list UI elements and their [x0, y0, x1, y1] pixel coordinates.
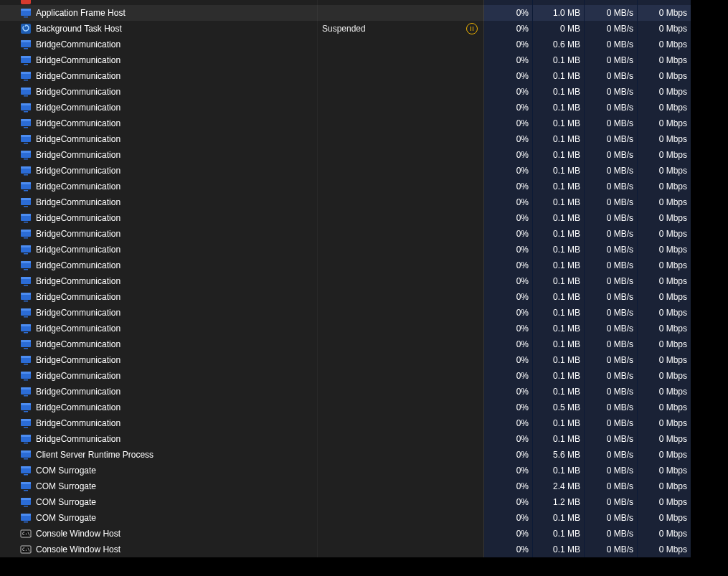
process-name-cell[interactable]: BridgeCommunication	[0, 100, 318, 115]
process-name-cell[interactable]: BridgeCommunication	[0, 273, 318, 289]
row-filler	[691, 210, 728, 226]
process-row[interactable]: BridgeCommunication0%0.1 MB0 MB/s0 Mbps	[0, 368, 728, 384]
process-name-cell[interactable]: BridgeCommunication	[0, 37, 318, 52]
process-row[interactable]: BridgeCommunication0%0.1 MB0 MB/s0 Mbps	[0, 147, 728, 163]
process-name: BridgeCommunication	[36, 245, 120, 255]
process-row[interactable]: BridgeCommunication0%0.1 MB0 MB/s0 Mbps	[0, 415, 728, 431]
process-name-cell[interactable]: BridgeCommunication	[0, 305, 318, 321]
process-name-cell[interactable]: COM Surrogate	[0, 478, 318, 494]
process-row[interactable]: BridgeCommunication0%0.1 MB0 MB/s0 Mbps	[0, 431, 728, 447]
status-cell	[318, 542, 484, 557]
process-row[interactable]: Background Task HostSuspended0%0 MB0 MB/…	[0, 21, 728, 37]
process-row[interactable]: BridgeCommunication0%0.1 MB0 MB/s0 Mbps	[0, 52, 728, 68]
process-name-cell[interactable]: COM Surrogate	[0, 463, 318, 478]
process-name-cell[interactable]: Client Server Runtime Process	[0, 447, 318, 463]
process-row[interactable]: Application Frame Host0%1.0 MB0 MB/s0 Mb…	[0, 5, 728, 21]
process-row[interactable]: COM Surrogate0%0.1 MB0 MB/s0 Mbps	[0, 463, 728, 478]
disk-value: 0 MB/s	[607, 418, 633, 428]
process-row[interactable]: COM Surrogate0%1.2 MB0 MB/s0 Mbps	[0, 494, 728, 510]
disk-value: 0 MB/s	[607, 324, 633, 334]
process-table[interactable]: Application Frame Host0%1.0 MB0 MB/s0 Mb…	[0, 0, 728, 557]
mem-value: 0.1 MB	[553, 544, 580, 554]
process-row[interactable]: BridgeCommunication0%0.1 MB0 MB/s0 Mbps	[0, 84, 728, 100]
process-row[interactable]: BridgeCommunication0%0.1 MB0 MB/s0 Mbps	[0, 289, 728, 305]
process-row[interactable]: C:\_Console Window Host0%0.1 MB0 MB/s0 M…	[0, 542, 728, 557]
process-name-cell[interactable]: BridgeCommunication	[0, 131, 318, 147]
process-name-cell[interactable]: BridgeCommunication	[0, 68, 318, 84]
process-name-cell[interactable]: COM Surrogate	[0, 510, 318, 526]
cpu-cell: 0%	[484, 131, 533, 147]
net-value: 0 Mbps	[659, 197, 687, 207]
process-name-cell[interactable]: BridgeCommunication	[0, 163, 318, 179]
process-row[interactable]: BridgeCommunication0%0.5 MB0 MB/s0 Mbps	[0, 400, 728, 415]
process-name-cell[interactable]: BridgeCommunication	[0, 258, 318, 273]
process-row[interactable]: BridgeCommunication0%0.1 MB0 MB/s0 Mbps	[0, 242, 728, 258]
process-name-cell[interactable]: BridgeCommunication	[0, 415, 318, 431]
status-cell	[318, 494, 484, 510]
process-name-cell[interactable]: C:\_Console Window Host	[0, 526, 318, 542]
process-row[interactable]: BridgeCommunication0%0.1 MB0 MB/s0 Mbps	[0, 336, 728, 352]
process-name-cell[interactable]: BridgeCommunication	[0, 194, 318, 210]
process-row[interactable]: BridgeCommunication0%0.6 MB0 MB/s0 Mbps	[0, 37, 728, 52]
process-row[interactable]: BridgeCommunication0%0.1 MB0 MB/s0 Mbps	[0, 131, 728, 147]
process-name-cell[interactable]: BridgeCommunication	[0, 226, 318, 242]
process-row[interactable]: BridgeCommunication0%0.1 MB0 MB/s0 Mbps	[0, 226, 728, 242]
process-name-cell[interactable]: C:\_Console Window Host	[0, 542, 318, 557]
process-name-cell[interactable]	[0, 0, 318, 5]
process-row[interactable]: BridgeCommunication0%0.1 MB0 MB/s0 Mbps	[0, 163, 728, 179]
process-row[interactable]: Client Server Runtime Process0%5.6 MB0 M…	[0, 447, 728, 463]
process-name-cell[interactable]: BridgeCommunication	[0, 321, 318, 336]
process-name: BridgeCommunication	[36, 166, 120, 176]
process-row[interactable]: BridgeCommunication0%0.1 MB0 MB/s0 Mbps	[0, 194, 728, 210]
process-row[interactable]: BridgeCommunication0%0.1 MB0 MB/s0 Mbps	[0, 115, 728, 131]
process-name-cell[interactable]: BridgeCommunication	[0, 384, 318, 400]
process-row[interactable]: C:\_Console Window Host0%0.1 MB0 MB/s0 M…	[0, 526, 728, 542]
process-row[interactable]: COM Surrogate0%0.1 MB0 MB/s0 Mbps	[0, 510, 728, 526]
process-name-cell[interactable]: BridgeCommunication	[0, 400, 318, 415]
svg-rect-52	[24, 285, 28, 286]
svg-rect-72	[21, 387, 31, 389]
process-row[interactable]	[0, 0, 728, 5]
process-row[interactable]: BridgeCommunication0%0.1 MB0 MB/s0 Mbps	[0, 179, 728, 194]
process-name-cell[interactable]: BridgeCommunication	[0, 368, 318, 384]
mem-cell: 1.2 MB	[533, 494, 585, 510]
row-filler	[691, 131, 728, 147]
disk-value: 0 MB/s	[607, 8, 633, 18]
svg-rect-84	[21, 450, 31, 453]
process-row[interactable]: BridgeCommunication0%0.1 MB0 MB/s0 Mbps	[0, 352, 728, 368]
process-name: BridgeCommunication	[36, 308, 120, 318]
mem-value: 0.1 MB	[553, 118, 580, 128]
process-row[interactable]: BridgeCommunication0%0.1 MB0 MB/s0 Mbps	[0, 68, 728, 84]
process-row[interactable]: BridgeCommunication0%0.1 MB0 MB/s0 Mbps	[0, 305, 728, 321]
process-name-cell[interactable]: BridgeCommunication	[0, 115, 318, 131]
process-row[interactable]: BridgeCommunication0%0.1 MB0 MB/s0 Mbps	[0, 100, 728, 115]
process-name-cell[interactable]: BridgeCommunication	[0, 352, 318, 368]
net-value: 0 Mbps	[659, 371, 687, 381]
process-name-cell[interactable]: BridgeCommunication	[0, 52, 318, 68]
process-name-cell[interactable]: BridgeCommunication	[0, 336, 318, 352]
process-name-cell[interactable]: BridgeCommunication	[0, 289, 318, 305]
process-row[interactable]: COM Surrogate0%2.4 MB0 MB/s0 Mbps	[0, 478, 728, 494]
process-name-cell[interactable]: BridgeCommunication	[0, 210, 318, 226]
row-filler	[691, 431, 728, 447]
process-name: Application Frame Host	[36, 8, 126, 18]
process-name-cell[interactable]: COM Surrogate	[0, 494, 318, 510]
process-row[interactable]: BridgeCommunication0%0.1 MB0 MB/s0 Mbps	[0, 321, 728, 336]
process-name-cell[interactable]: Background Task Host	[0, 21, 318, 37]
process-row[interactable]: BridgeCommunication0%0.1 MB0 MB/s0 Mbps	[0, 210, 728, 226]
process-name-cell[interactable]: Application Frame Host	[0, 5, 318, 21]
process-row[interactable]: BridgeCommunication0%0.1 MB0 MB/s0 Mbps	[0, 258, 728, 273]
app-icon	[20, 323, 32, 334]
status-cell	[318, 210, 484, 226]
app-icon	[20, 165, 32, 176]
process-name-cell[interactable]: BridgeCommunication	[0, 431, 318, 447]
process-row[interactable]: BridgeCommunication0%0.1 MB0 MB/s0 Mbps	[0, 273, 728, 289]
net-value: 0 Mbps	[659, 544, 687, 554]
process-name-cell[interactable]: BridgeCommunication	[0, 84, 318, 100]
process-name-cell[interactable]: BridgeCommunication	[0, 179, 318, 194]
process-name-cell[interactable]: BridgeCommunication	[0, 147, 318, 163]
process-row[interactable]: BridgeCommunication0%0.1 MB0 MB/s0 Mbps	[0, 384, 728, 400]
disk-value: 0 MB/s	[607, 103, 633, 113]
svg-rect-15	[21, 88, 31, 90]
process-name-cell[interactable]: BridgeCommunication	[0, 242, 318, 258]
